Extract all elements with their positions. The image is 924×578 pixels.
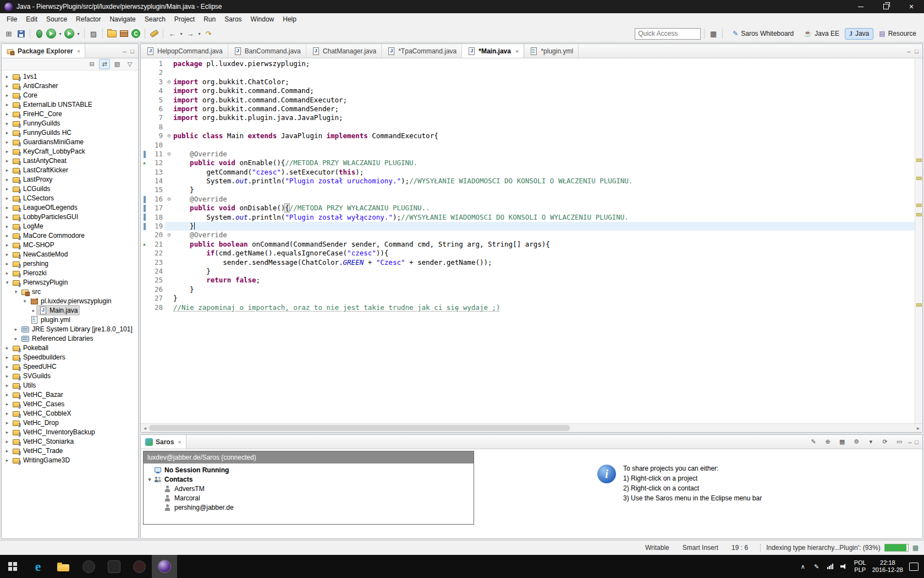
tree-item-plugin.yml[interactable]: plugin.yml: [2, 315, 138, 324]
code-area[interactable]: 1package pl.luxdev.pierwszyplugin;23⊖imp…: [141, 58, 915, 423]
new-package-icon[interactable]: [118, 28, 129, 40]
code-line-8[interactable]: 8: [141, 123, 915, 132]
tree-arrow-icon[interactable]: ▸: [4, 252, 10, 257]
fold-marker-icon[interactable]: ⊖: [165, 150, 173, 159]
menu-navigate[interactable]: Navigate: [105, 14, 140, 24]
tree-item-lcsectors[interactable]: ▸LCSectors: [2, 193, 138, 203]
code-line-4[interactable]: 4import org.bukkit.command.Command;: [141, 86, 915, 95]
editor-tab-main.java[interactable]: *Main.java×: [462, 44, 524, 58]
fold-marker-icon[interactable]: ⊖: [165, 195, 173, 204]
tree-item-speeduhc[interactable]: ▸SpeedUHC: [2, 362, 138, 371]
roster-item-pershing-jabber.de[interactable]: pershing@jabber.de: [144, 503, 474, 512]
tree-item-macore-commodore[interactable]: ▸MaCore Commodore: [2, 231, 138, 240]
code-line-12[interactable]: ▲12 public void onEnable(){//METODA PRZY…: [141, 159, 915, 167]
menu-search[interactable]: Search: [140, 14, 170, 24]
code-line-9[interactable]: 9⊖public class Main extends JavaPlugin i…: [141, 132, 915, 140]
back-menu-icon[interactable]: ▾: [179, 28, 184, 40]
code-line-17[interactable]: 17 public void onDisable(){//METODA PRZY…: [141, 204, 915, 212]
tree-item-lastantycheat[interactable]: ▸LastAntyCheat: [2, 156, 138, 165]
saros-tab[interactable]: Saros ×: [141, 435, 186, 449]
last-edit-location-icon[interactable]: ↷: [203, 28, 214, 40]
tree-item-speedbuilders[interactable]: ▸Speedbuilders: [2, 352, 138, 362]
menu-source[interactable]: Source: [42, 14, 72, 24]
overview-ruler[interactable]: [915, 58, 922, 423]
tree-arrow-icon[interactable]: ▸: [4, 420, 10, 426]
editor-tab-chatmanager.java[interactable]: ChatManager.java: [306, 44, 382, 58]
coverage-icon[interactable]: ▨: [88, 28, 99, 40]
new-java-project-icon[interactable]: [106, 28, 117, 40]
tree-arrow-icon[interactable]: ▸: [4, 270, 10, 276]
refresh-icon[interactable]: ⟳: [879, 437, 890, 447]
tree-arrow-icon[interactable]: ▸: [4, 130, 10, 135]
tree-arrow-icon[interactable]: ▸: [4, 383, 10, 388]
tree-arrow-icon[interactable]: ▾: [4, 280, 10, 285]
scroll-left-icon[interactable]: ◂: [141, 425, 149, 431]
minimize-button[interactable]: [848, 0, 873, 13]
code-line-28[interactable]: 28//Nie zapominaj o importach, oraz to n…: [141, 303, 915, 312]
editor-tab-bancommand.java[interactable]: BanCommand.java: [228, 44, 306, 58]
code-line-6[interactable]: 6import org.bukkit.command.CommandSender…: [141, 105, 915, 113]
code-line-2[interactable]: 2: [141, 68, 915, 77]
ruler-mark[interactable]: [916, 177, 922, 180]
tree-arrow-icon[interactable]: ▸: [4, 149, 10, 154]
tree-item-vethc-drop[interactable]: ▸VetHc_Drop: [2, 418, 138, 427]
code-line-24[interactable]: 24 }: [141, 267, 915, 276]
tree-arrow-icon[interactable]: ▸: [4, 186, 10, 192]
roster-item-no-session-running[interactable]: No Session Running: [144, 465, 474, 475]
tree-item-writinggame3d[interactable]: ▸WritingGame3D: [2, 455, 138, 465]
maximize-view-icon[interactable]: □: [130, 48, 134, 54]
settings-menu-icon[interactable]: ▾: [865, 437, 876, 447]
tree-arrow-icon[interactable]: ▾: [21, 298, 28, 304]
fold-marker-icon[interactable]: ⊖: [165, 78, 173, 86]
tree-item-lastcraftkicker[interactable]: ▸LastCraftKicker: [2, 165, 138, 175]
tree-item-pokeball[interactable]: ▸Pokeball: [2, 343, 138, 352]
run-menu-icon[interactable]: ▾: [58, 28, 63, 40]
taskbar-app-3[interactable]: [127, 555, 152, 578]
focus-on-active-task-icon[interactable]: ▧: [112, 59, 123, 69]
scroll-right-icon[interactable]: ▸: [914, 425, 922, 431]
code-line-3[interactable]: 3⊖import org.bukkit.ChatColor;: [141, 78, 915, 86]
tree-item-vethc-stoniarka[interactable]: ▸VetHC_Stoniarka: [2, 437, 138, 446]
tree-item-referenced-libraries[interactable]: ▸Referenced Libraries: [2, 334, 138, 343]
tree-item-pierozki[interactable]: ▸Pierozki: [2, 268, 138, 277]
tree-arrow-icon[interactable]: ▸: [4, 102, 10, 107]
menu-run[interactable]: Run: [199, 14, 220, 24]
code-line-23[interactable]: 23 sender.sendMessage(ChatColor.GREEN + …: [141, 258, 915, 267]
taskbar-app-2[interactable]: [101, 555, 127, 578]
tree-arrow-icon[interactable]: ▸: [4, 195, 10, 201]
taskbar-file-explorer[interactable]: [51, 555, 76, 578]
tree-item-guardiansminigame[interactable]: ▸GuardiansMiniGame: [2, 137, 138, 146]
tree-arrow-icon[interactable]: ▸: [4, 373, 10, 379]
tree-arrow-icon[interactable]: ▸: [4, 74, 10, 79]
code-line-11[interactable]: 11⊖ @Override: [141, 150, 915, 159]
tree-arrow-icon[interactable]: ▸: [4, 92, 10, 98]
volume-icon[interactable]: [840, 563, 848, 570]
ruler-mark[interactable]: [916, 159, 922, 162]
taskbar-app-1[interactable]: [76, 555, 101, 578]
code-line-7[interactable]: 7import org.bukkit.plugin.java.JavaPlugi…: [141, 113, 915, 122]
tree-arrow-icon[interactable]: ▸: [4, 261, 10, 266]
restore-button[interactable]: [873, 0, 899, 13]
action-center-icon[interactable]: [909, 563, 919, 571]
tree-item-lobbyparticlesgui[interactable]: ▸LobbyParticlesGUI: [2, 212, 138, 221]
tree-arrow-icon[interactable]: ▸: [4, 223, 10, 229]
roster-item-adverstm[interactable]: AdversTM: [144, 484, 474, 493]
clock[interactable]: 22:18 2016-12-28: [872, 559, 903, 574]
tree-item-firehc-core[interactable]: ▸FireHC_Core: [2, 109, 138, 118]
fold-marker-icon[interactable]: ⊖: [165, 231, 173, 239]
tree-arrow-icon[interactable]: ▸: [4, 457, 10, 463]
background-jobs-icon[interactable]: ▦: [912, 544, 919, 552]
windows-ink-icon[interactable]: ✎: [813, 563, 821, 570]
roster-item-contacts[interactable]: ▾Contacts: [144, 475, 474, 484]
new-class-icon[interactable]: C: [130, 28, 141, 40]
tree-arrow-icon[interactable]: ▸: [4, 429, 10, 435]
tree-item-utils[interactable]: ▸Utils: [2, 380, 138, 390]
tree-item-src[interactable]: ▾src: [2, 287, 138, 296]
ruler-mark[interactable]: [916, 204, 922, 207]
tree-arrow-icon[interactable]: ▸: [4, 355, 10, 360]
tree-item-mc-shop[interactable]: ▸MC-SHOP: [2, 240, 138, 249]
close-saros-icon[interactable]: ×: [178, 439, 181, 445]
tree-item-vethc-cases[interactable]: ▸VetHC_Cases: [2, 399, 138, 408]
tree-arrow-icon[interactable]: ▸: [4, 111, 10, 117]
menu-file[interactable]: File: [2, 14, 21, 24]
